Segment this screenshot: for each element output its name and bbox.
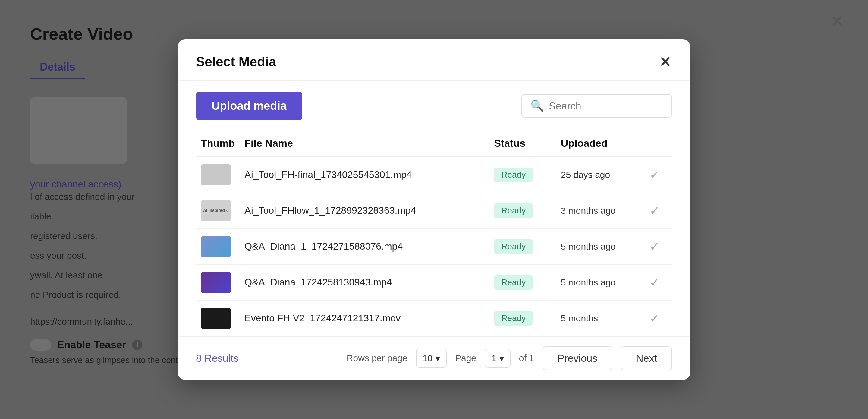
- check-icon-0: ✓: [650, 168, 660, 181]
- file-name-4: Evento FH V2_1724247121317.mov: [244, 312, 401, 324]
- results-count: 8 Results: [196, 352, 239, 364]
- search-box: 🔍: [521, 94, 672, 118]
- modal-title: Select Media: [196, 54, 276, 69]
- filename-cell-0: Ai_Tool_FH-final_1734025545301.mp4: [240, 157, 489, 193]
- file-name-3: Q&A_Diana_1724258130943.mp4: [244, 277, 392, 288]
- check-icon-3: ✓: [650, 276, 660, 289]
- thumb-cell-1: AI Inspired ○: [196, 192, 240, 229]
- uploaded-cell-0: 25 days ago: [556, 157, 645, 193]
- check-cell-4: ✓: [645, 300, 672, 336]
- file-name-0: Ai_Tool_FH-final_1734025545301.mp4: [244, 169, 412, 180]
- previous-button[interactable]: Previous: [542, 346, 613, 370]
- page-value: 1: [491, 353, 496, 363]
- chevron-down-icon: ▾: [435, 353, 440, 363]
- check-cell-2: ✓: [645, 229, 672, 264]
- file-name-1: Ai_Tool_FHlow_1_1728992328363.mp4: [244, 205, 416, 216]
- check-cell-3: ✓: [645, 264, 672, 300]
- thumbnail-4: [201, 308, 231, 329]
- table-row[interactable]: AI Inspired ○ Ai_Tool_FHlow_1_1728992328…: [196, 192, 672, 229]
- modal-overlay: Select Media ✕ Upload media 🔍 Thumb File…: [0, 0, 868, 419]
- check-icon-1: ✓: [650, 204, 660, 217]
- media-table: Thumb File Name Status Uploaded Ai_Tool_…: [196, 129, 672, 336]
- status-cell-1: Ready: [489, 192, 556, 229]
- check-cell-1: ✓: [645, 192, 672, 229]
- uploaded-text-2: 5 months ago: [561, 241, 616, 251]
- page-select[interactable]: 1 ▾: [485, 349, 510, 368]
- col-thumb: Thumb: [196, 129, 240, 157]
- media-table-wrap: Thumb File Name Status Uploaded Ai_Tool_…: [178, 129, 690, 336]
- rows-per-page-value: 10: [423, 353, 433, 363]
- filename-cell-4: Evento FH V2_1724247121317.mov: [240, 300, 489, 336]
- check-icon-2: ✓: [650, 240, 660, 253]
- check-icon-4: ✓: [650, 312, 660, 325]
- body-close-button[interactable]: ✕: [831, 12, 844, 30]
- status-badge-0: Ready: [494, 168, 533, 182]
- page-chevron-icon: ▾: [499, 353, 504, 363]
- uploaded-cell-4: 5 months: [556, 300, 645, 336]
- status-badge-3: Ready: [494, 275, 533, 290]
- thumbnail-1: AI Inspired ○: [201, 200, 231, 221]
- uploaded-cell-2: 5 months ago: [556, 229, 645, 264]
- status-cell-0: Ready: [489, 157, 556, 193]
- modal-close-button[interactable]: ✕: [659, 54, 672, 70]
- modal-footer: 8 Results Rows per page 10 ▾ Page 1 ▾ of…: [178, 336, 690, 380]
- thumbnail-0: [201, 164, 231, 185]
- of-text: of 1: [519, 353, 534, 363]
- status-badge-2: Ready: [494, 239, 533, 254]
- col-uploaded: Uploaded: [556, 129, 645, 157]
- col-action: [645, 129, 672, 157]
- col-status: Status: [489, 129, 556, 157]
- status-cell-3: Ready: [489, 264, 556, 300]
- table-header-row: Thumb File Name Status Uploaded: [196, 129, 672, 157]
- uploaded-cell-1: 3 months ago: [556, 192, 645, 229]
- filename-cell-3: Q&A_Diana_1724258130943.mp4: [240, 264, 489, 300]
- pagination-controls: Rows per page 10 ▾ Page 1 ▾ of 1 Previou…: [347, 346, 672, 370]
- status-badge-4: Ready: [494, 311, 533, 326]
- upload-media-button[interactable]: Upload media: [196, 92, 302, 120]
- rows-per-page-select[interactable]: 10 ▾: [416, 349, 447, 368]
- search-input[interactable]: [549, 100, 663, 112]
- status-cell-4: Ready: [489, 300, 556, 336]
- filename-cell-2: Q&A_Diana_1_1724271588076.mp4: [240, 229, 489, 264]
- table-row[interactable]: Q&A_Diana_1724258130943.mp4 Ready 5 mont…: [196, 264, 672, 300]
- uploaded-text-4: 5 months: [561, 313, 598, 323]
- filename-cell-1: Ai_Tool_FHlow_1_1728992328363.mp4: [240, 192, 489, 229]
- col-filename: File Name: [240, 129, 489, 157]
- file-name-2: Q&A_Diana_1_1724271588076.mp4: [244, 241, 403, 252]
- check-cell-0: ✓: [645, 157, 672, 193]
- thumb-cell-2: [196, 229, 240, 264]
- table-row[interactable]: Ai_Tool_FH-final_1734025545301.mp4 Ready…: [196, 157, 672, 193]
- modal-header: Select Media ✕: [178, 39, 690, 81]
- search-icon: 🔍: [530, 99, 544, 112]
- modal-toolbar: Upload media 🔍: [178, 81, 690, 129]
- thumb-cell-0: [196, 157, 240, 193]
- uploaded-text-3: 5 months ago: [561, 277, 616, 287]
- select-media-modal: Select Media ✕ Upload media 🔍 Thumb File…: [178, 39, 690, 380]
- next-button[interactable]: Next: [621, 346, 672, 370]
- thumb-cell-3: [196, 264, 240, 300]
- uploaded-text-0: 25 days ago: [561, 170, 610, 180]
- thumbnail-2: [201, 236, 231, 257]
- status-badge-1: Ready: [494, 204, 533, 218]
- page-label: Page: [455, 353, 476, 363]
- thumb-cell-4: [196, 300, 240, 336]
- status-cell-2: Ready: [489, 229, 556, 264]
- thumbnail-3: [201, 272, 231, 293]
- uploaded-text-1: 3 months ago: [561, 206, 616, 215]
- uploaded-cell-3: 5 months ago: [556, 264, 645, 300]
- rows-per-page-label: Rows per page: [347, 353, 407, 363]
- table-row[interactable]: Q&A_Diana_1_1724271588076.mp4 Ready 5 mo…: [196, 229, 672, 264]
- table-row[interactable]: Evento FH V2_1724247121317.mov Ready 5 m…: [196, 300, 672, 336]
